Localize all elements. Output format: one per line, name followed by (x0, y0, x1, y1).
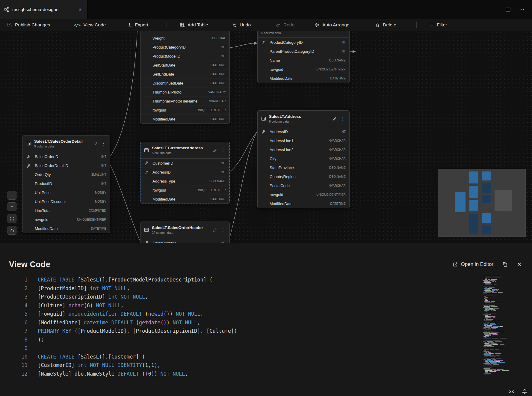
publish-changes-button[interactable]: Publish Changes (7, 19, 50, 31)
table-menu-icon[interactable]: ⋮ (101, 141, 106, 146)
column-type: MONEY (95, 200, 106, 203)
code-line: [CustomerID] int NOT NULL IDENTITY(1,1), (38, 361, 475, 370)
line-number: 5 (0, 310, 28, 318)
column-row[interactable]: UnitPriceMONEY (23, 188, 110, 197)
column-row[interactable]: PostalCodeNVARCHAR (258, 181, 349, 190)
column-row[interactable]: ProductIDINT (23, 179, 110, 188)
edit-table-icon[interactable] (93, 141, 98, 146)
code-minimap[interactable] (483, 275, 506, 377)
edit-table-icon[interactable] (333, 117, 337, 121)
auto-arrange-button[interactable]: Auto Arrange (315, 19, 349, 31)
column-row[interactable]: ThumbNailPhotoVARBINARY (140, 88, 229, 97)
copy-code-icon[interactable] (502, 262, 508, 267)
view-code-button[interactable]: </> View Code (74, 19, 106, 31)
table-header[interactable]: SalesLT.SalesOrderDetail9 column data⋮ (23, 135, 110, 152)
table-sales-order-header[interactable]: SalesLT.SalesOrderHeader22 column data⋮S… (140, 222, 230, 243)
canvas[interactable]: + − WeightDECIMALProductCategoryIDINTPro… (0, 31, 532, 243)
table-subtitle: 5 column data (261, 31, 346, 35)
column-name: ModifiedDate (270, 76, 330, 81)
column-row[interactable]: rowguidUNIQUEIDENTIFIER (23, 215, 110, 224)
column-row[interactable]: SalesOrderIDINT (140, 238, 229, 243)
column-name: AddressLine1 (270, 138, 329, 143)
fit-view-button[interactable] (7, 214, 16, 223)
canvas-minimap[interactable] (438, 169, 526, 237)
column-row[interactable]: AddressIDINT (140, 168, 229, 177)
column-row[interactable]: ModifiedDateDATETIME (258, 199, 349, 208)
column-row[interactable]: ProductCategoryIDINT (140, 43, 229, 52)
zoom-out-button[interactable]: − (7, 202, 16, 211)
column-row[interactable]: ThumbnailPhotoFileNameNVARCHAR (140, 97, 229, 106)
table-customer-address[interactable]: SalesLT.CustomerAddress5 column data⋮Cus… (140, 142, 230, 204)
column-row[interactable]: ModifiedDateDATETIME (140, 195, 229, 204)
column-row[interactable]: AddressTypeDBO.NAME (140, 177, 229, 186)
column-row[interactable]: LineTotalCOMPUTED (23, 206, 110, 215)
code-line (38, 344, 475, 353)
column-row[interactable]: CustomerIDINT (140, 159, 229, 168)
column-row[interactable]: SalesOrderDetailIDINT (23, 161, 110, 170)
more-actions-icon[interactable]: ⋯ (519, 6, 525, 13)
column-row[interactable]: AddressLine2NVARCHAR (258, 145, 349, 154)
table-header[interactable]: SalesLT.Address9 column data⋮ (258, 111, 349, 127)
edit-table-icon[interactable] (213, 148, 217, 152)
table-menu-icon[interactable]: ⋮ (220, 227, 226, 233)
undo-button[interactable]: Undo (232, 19, 251, 31)
open-in-editor-button[interactable]: Open in Editor (452, 261, 494, 267)
table-header[interactable]: SalesLT.CustomerAddress5 column data⋮ (140, 142, 229, 159)
column-type: UNIQUEIDENTIFIER (77, 218, 106, 221)
column-row[interactable]: ProductCategoryIDINT (258, 38, 349, 47)
column-row[interactable]: UnitPriceDiscountMONEY (23, 197, 110, 206)
table-address[interactable]: SalesLT.Address9 column data⋮AddressIDIN… (257, 110, 350, 208)
column-type: MONEY (95, 191, 106, 194)
close-panel-icon[interactable]: ✕ (517, 261, 522, 268)
column-row[interactable]: ModifiedDateDATETIME (140, 115, 229, 124)
column-row[interactable]: AddressIDINT (258, 127, 349, 136)
column-row[interactable]: NameDBO.NAME (258, 56, 349, 65)
column-row[interactable]: WeightDECIMAL (140, 34, 229, 43)
filter-button[interactable]: Filter (429, 19, 447, 31)
column-row[interactable]: CountryRegionDBO.NAME (258, 172, 349, 181)
column-row[interactable]: SalesOrderIDINT (23, 152, 110, 161)
table-product-category[interactable]: 5 column dataProductCategoryIDINTParentP… (257, 31, 350, 83)
column-row[interactable]: rowguidUNIQUEIDENTIFIER (258, 65, 349, 74)
column-row[interactable]: ParentProductCategoryIDINT (258, 47, 349, 56)
line-number: 4 (0, 301, 28, 310)
table-header[interactable]: 5 column data (258, 31, 349, 38)
code-editor[interactable]: 123456789101112 CREATE TABLE [SalesLT].[… (0, 275, 532, 396)
trash-icon (375, 22, 380, 28)
column-row[interactable]: rowguidUNIQUEIDENTIFIER (258, 190, 349, 199)
column-row[interactable]: SellEndDateDATETIME (140, 70, 229, 79)
table-menu-icon[interactable]: ⋮ (340, 116, 346, 121)
notifications-bell-icon[interactable] (522, 389, 527, 394)
column-row[interactable]: ProductModelIDINT (140, 52, 229, 61)
copilot-icon[interactable] (508, 389, 515, 394)
column-row[interactable]: OrderQtySMALLINT (23, 170, 110, 179)
code-lines: CREATE TABLE [SalesLT].[ProductModelProd… (38, 275, 475, 378)
tab-mssql-schema-designer[interactable]: mssql-schema-designer ✕ (0, 0, 87, 19)
column-row[interactable]: CityNVARCHAR (258, 154, 349, 163)
export-button[interactable]: Export (127, 19, 148, 31)
table-product[interactable]: WeightDECIMALProductCategoryIDINTProduct… (140, 31, 230, 124)
column-row[interactable]: StateProvinceDBO.NAME (258, 163, 349, 172)
column-row[interactable]: rowguidUNIQUEIDENTIFIER (140, 186, 229, 195)
column-type: NVARCHAR (329, 139, 346, 142)
column-row[interactable]: ModifiedDateDATETIME (23, 224, 110, 233)
column-row[interactable]: ModifiedDateDATETIME (258, 74, 349, 83)
code-line: [NameStyle] dbo.NameStyle DEFAULT ((0)) … (38, 370, 475, 378)
column-row[interactable]: rowguidUNIQUEIDENTIFIER (140, 106, 229, 115)
publish-changes-label: Publish Changes (15, 22, 50, 28)
tab-close-icon[interactable]: ✕ (77, 7, 83, 13)
table-header[interactable]: SalesLT.SalesOrderHeader22 column data⋮ (140, 222, 229, 238)
column-row[interactable]: DiscontinuedDateDATETIME (140, 79, 229, 88)
edit-table-icon[interactable] (213, 228, 217, 232)
column-name: rowguid (35, 217, 77, 222)
column-row[interactable]: SellStartDateDATETIME (140, 61, 229, 70)
lock-view-button[interactable] (7, 226, 16, 235)
zoom-in-button[interactable]: + (7, 191, 16, 200)
export-icon (127, 22, 132, 28)
table-sales-order-detail[interactable]: SalesLT.SalesOrderDetail9 column data⋮Sa… (22, 135, 110, 233)
column-row[interactable]: AddressLine1NVARCHAR (258, 136, 349, 145)
table-menu-icon[interactable]: ⋮ (220, 147, 226, 153)
split-editor-icon[interactable] (505, 7, 511, 12)
delete-button[interactable]: Delete (375, 19, 396, 31)
add-table-button[interactable]: Add Table (180, 19, 208, 31)
